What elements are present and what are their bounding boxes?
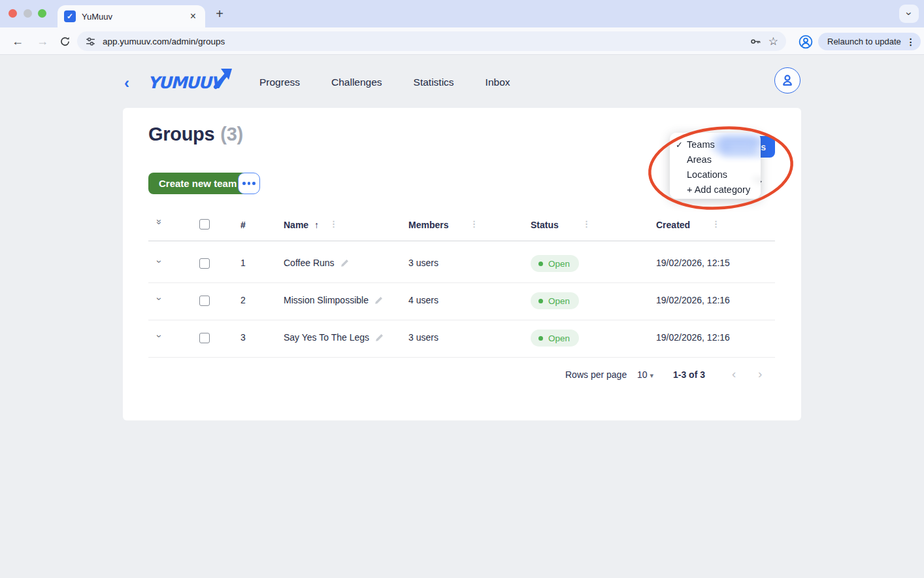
browser-window: ✓ YuMuuv × + › ← → app.yumuuv.com/admin/… <box>0 0 924 578</box>
next-page-button[interactable]: › <box>758 367 762 381</box>
status-label: Open <box>548 259 570 269</box>
edit-pencil-icon[interactable] <box>340 258 350 268</box>
svg-text:YUMUUV: YUMUUV <box>148 73 226 92</box>
edit-pencil-icon[interactable] <box>374 333 384 343</box>
category-dropdown-menu: ✓ Teams Areas Locations + Add category <box>670 133 761 199</box>
nav-item-challenges[interactable]: Challenges <box>331 76 382 88</box>
yumuuv-logo[interactable]: YUMUUV <box>148 67 234 95</box>
row-name: Mission Slimpossible <box>284 295 369 305</box>
table-row: › 1 Coffee Runs 3 users Open 19/02/2026,… <box>123 245 801 282</box>
select-all-checkbox[interactable] <box>199 219 210 230</box>
status-badge: Open <box>531 330 579 347</box>
ellipsis-dot-icon <box>252 182 256 185</box>
row-checkbox[interactable] <box>199 333 210 343</box>
edit-pencil-icon[interactable] <box>374 296 384 305</box>
nav-item-statistics[interactable]: Statistics <box>414 76 454 88</box>
created-column-menu-icon[interactable]: ⋮ <box>712 219 720 229</box>
forward-button[interactable]: → <box>33 27 52 55</box>
row-name: Say Yes To The Legs <box>284 332 369 343</box>
column-header-members[interactable]: Members <box>408 220 448 230</box>
relaunch-label: Relaunch to update <box>827 37 901 46</box>
browser-tab[interactable]: ✓ YuMuuv × <box>58 5 205 27</box>
ellipsis-dot-icon <box>248 182 251 185</box>
profile-person-icon <box>798 34 814 50</box>
nav-item-inbox[interactable]: Inbox <box>486 76 510 88</box>
app-back-chevron-button[interactable]: ‹ <box>120 74 133 92</box>
row-number: 3 <box>240 332 246 343</box>
row-members: 4 users <box>408 295 438 305</box>
status-dot-icon <box>538 336 543 341</box>
row-expand-chevron-button[interactable]: › <box>158 331 161 341</box>
select-caret-icon: ▾ <box>650 371 653 379</box>
row-members: 3 users <box>408 332 438 343</box>
row-name: Coffee Runs <box>284 258 335 268</box>
browser-menu-kebab-icon[interactable]: ⋮ <box>906 37 916 47</box>
relaunch-to-update-button[interactable]: Relaunch to update ⋮ <box>818 33 921 50</box>
column-header-status[interactable]: Status <box>531 220 559 230</box>
minimize-window-button[interactable] <box>24 9 32 18</box>
members-column-menu-icon[interactable]: ⋮ <box>470 219 478 229</box>
row-checkbox[interactable] <box>199 296 210 306</box>
reload-button[interactable] <box>55 27 74 55</box>
row-number: 1 <box>240 258 246 268</box>
status-label: Open <box>548 333 570 343</box>
site-info-icon[interactable] <box>85 36 96 47</box>
menu-item-label: Areas <box>687 154 712 165</box>
previous-page-button[interactable]: ‹ <box>732 367 736 381</box>
menu-item-locations[interactable]: Locations <box>670 167 761 182</box>
yumuuv-favicon-check-icon: ✓ <box>64 10 76 22</box>
tab-search-chevron-button[interactable]: › <box>899 5 919 23</box>
back-button[interactable]: ← <box>8 27 27 55</box>
check-icon: ✓ <box>676 137 683 152</box>
row-created: 19/02/2026, 12:16 <box>656 332 730 343</box>
tab-strip: ✓ YuMuuv × + › <box>0 0 924 27</box>
column-header-created[interactable]: Created <box>656 220 690 230</box>
menu-item-teams[interactable]: ✓ Teams <box>670 137 761 152</box>
user-avatar-button[interactable] <box>774 67 800 94</box>
table-header-divider <box>148 241 775 241</box>
more-options-button[interactable] <box>238 173 260 194</box>
status-dot-icon <box>538 299 543 303</box>
url-bar[interactable]: app.yumuuv.com/admin/groups ☆ <box>77 31 786 51</box>
column-header-number[interactable]: # <box>240 220 246 230</box>
name-column-menu-icon[interactable]: ⋮ <box>329 219 338 229</box>
maximize-window-button[interactable] <box>38 9 46 18</box>
menu-item-areas[interactable]: Areas <box>670 152 761 167</box>
menu-item-add-category[interactable]: + Add category <box>670 182 761 197</box>
row-name-cell: Coffee Runs <box>284 258 350 268</box>
rows-per-page-select[interactable]: 10 ▾ <box>637 369 653 380</box>
reload-icon <box>59 36 71 47</box>
column-header-name[interactable]: Name ↑ <box>284 220 319 230</box>
expand-all-rows-button[interactable]: » <box>157 216 162 228</box>
page-title: Groups(3) <box>148 124 243 145</box>
rows-per-page-label: Rows per page <box>565 369 627 380</box>
table-bottom-divider <box>148 357 775 358</box>
table-row: › 3 Say Yes To The Legs 3 users Open 19/… <box>123 320 801 357</box>
rows-per-page-value: 10 <box>637 369 648 380</box>
ellipsis-dot-icon <box>242 182 246 185</box>
bookmark-star-icon[interactable]: ☆ <box>768 35 778 48</box>
row-checkbox[interactable] <box>199 258 210 269</box>
row-created: 19/02/2026, 12:15 <box>656 258 730 268</box>
avatar-person-icon <box>780 73 795 88</box>
page-range: 1-3 of 3 <box>673 369 705 380</box>
row-expand-chevron-button[interactable]: › <box>158 256 161 267</box>
close-window-button[interactable] <box>8 9 17 18</box>
row-name-cell: Say Yes To The Legs <box>284 332 384 343</box>
new-tab-button[interactable]: + <box>210 5 229 22</box>
column-header-name-label: Name <box>284 220 308 230</box>
page-title-text: Groups <box>148 124 214 144</box>
nav-item-progress[interactable]: Progress <box>259 76 300 88</box>
status-label: Open <box>548 296 570 306</box>
password-key-icon[interactable] <box>750 35 762 48</box>
tab-close-icon[interactable]: × <box>188 10 199 23</box>
create-new-team-button[interactable]: Create new team <box>148 173 247 194</box>
browser-profile-button[interactable] <box>797 33 814 50</box>
row-expand-chevron-button[interactable]: › <box>158 294 161 304</box>
table-row: › 2 Mission Slimpossible 4 users Open 19… <box>123 282 801 320</box>
tab-title: YuMuuv <box>82 12 188 22</box>
row-name-cell: Mission Slimpossible <box>284 295 384 305</box>
group-count: (3) <box>220 124 243 144</box>
status-column-menu-icon[interactable]: ⋮ <box>582 219 591 229</box>
row-number: 2 <box>240 295 246 305</box>
